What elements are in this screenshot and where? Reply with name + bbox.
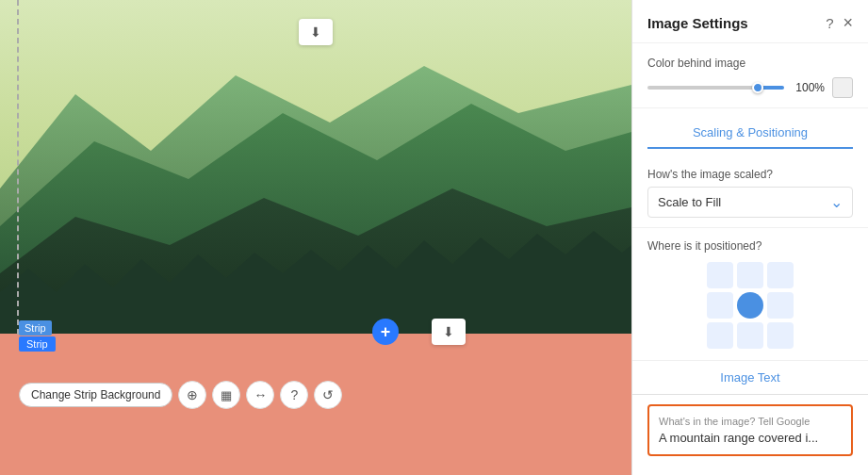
position-grid bbox=[707, 262, 794, 349]
position-cell-6[interactable] bbox=[707, 322, 733, 349]
arrow-button[interactable]: ↔ bbox=[246, 381, 274, 409]
add-strip-button[interactable]: + bbox=[372, 319, 399, 345]
image-text-value: A mountain range covered i... bbox=[659, 431, 842, 445]
plus-icon: + bbox=[381, 322, 391, 342]
image-text-hint: What's in the image? Tell Google bbox=[659, 416, 842, 427]
scaling-content: How's the image scaled? Scale to Fill ⌄ bbox=[632, 158, 868, 228]
help-toolbar-icon: ? bbox=[291, 387, 299, 402]
color-label: Color behind image bbox=[647, 57, 853, 70]
top-download-button[interactable]: ⬇ bbox=[299, 19, 333, 45]
position-cell-7[interactable] bbox=[737, 322, 763, 349]
scale-value: Scale to Fill bbox=[658, 195, 721, 209]
bottom-download-button[interactable]: ⬇ bbox=[432, 319, 466, 345]
scaling-positioning-tab[interactable]: Scaling & Positioning bbox=[647, 118, 853, 149]
layers-button[interactable]: ⊕ bbox=[178, 381, 206, 409]
image-text-tab[interactable]: Image Text bbox=[632, 361, 868, 395]
how-scaled-label: How's the image scaled? bbox=[647, 168, 853, 181]
grid-button[interactable]: ▦ bbox=[212, 381, 240, 409]
position-cell-4-active[interactable] bbox=[737, 292, 763, 319]
position-cell-2[interactable] bbox=[767, 262, 794, 288]
layers-icon: ⊕ bbox=[187, 387, 198, 402]
help-toolbar-button[interactable]: ? bbox=[280, 381, 308, 409]
dashed-border bbox=[17, 0, 19, 335]
panel-title: Image Settings bbox=[647, 15, 748, 31]
refresh-icon: ↺ bbox=[322, 387, 334, 402]
main-canvas: Strip Strip ⬇ + ⬇ Change Strip Backgroun… bbox=[0, 0, 631, 475]
strip-label-top: Strip bbox=[19, 320, 52, 336]
panel-close-icon[interactable]: × bbox=[843, 13, 853, 33]
panel-help-icon[interactable]: ? bbox=[826, 15, 833, 31]
panel-header: Image Settings ? × bbox=[632, 0, 868, 43]
refresh-button[interactable]: ↺ bbox=[314, 381, 342, 409]
panel-header-icons: ? × bbox=[826, 13, 853, 33]
color-row: 100% bbox=[647, 77, 853, 98]
arrow-icon: ↔ bbox=[254, 387, 267, 402]
position-cell-5[interactable] bbox=[767, 292, 794, 319]
slider-thumb bbox=[752, 82, 763, 93]
position-section: Where is it positioned? bbox=[632, 228, 868, 361]
color-swatch[interactable] bbox=[832, 77, 853, 98]
bottom-toolbar: Change Strip Background ⊕ ▦ ↔ ? ↺ bbox=[19, 381, 342, 409]
opacity-value: 100% bbox=[792, 81, 825, 94]
opacity-slider[interactable] bbox=[647, 86, 784, 90]
strip-label-bottom[interactable]: Strip bbox=[19, 336, 56, 352]
position-cell-0[interactable] bbox=[707, 262, 733, 288]
mountain-background bbox=[0, 0, 631, 335]
mountain-svg bbox=[0, 0, 631, 335]
position-label: Where is it positioned? bbox=[647, 239, 853, 253]
download-icon-top: ⬇ bbox=[310, 25, 321, 40]
color-section: Color behind image 100% bbox=[632, 43, 868, 108]
position-cell-1[interactable] bbox=[737, 262, 763, 288]
position-cell-8[interactable] bbox=[767, 322, 794, 349]
position-cell-3[interactable] bbox=[707, 292, 733, 319]
image-text-content[interactable]: What's in the image? Tell Google A mount… bbox=[647, 404, 853, 456]
scale-dropdown[interactable]: Scale to Fill ⌄ bbox=[647, 187, 853, 218]
download-icon-bottom: ⬇ bbox=[443, 324, 454, 339]
change-strip-background-button[interactable]: Change Strip Background bbox=[19, 383, 172, 407]
chevron-down-icon: ⌄ bbox=[830, 193, 843, 211]
grid-icon: ▦ bbox=[221, 388, 232, 402]
right-panel: Image Settings ? × Color behind image 10… bbox=[631, 0, 868, 475]
